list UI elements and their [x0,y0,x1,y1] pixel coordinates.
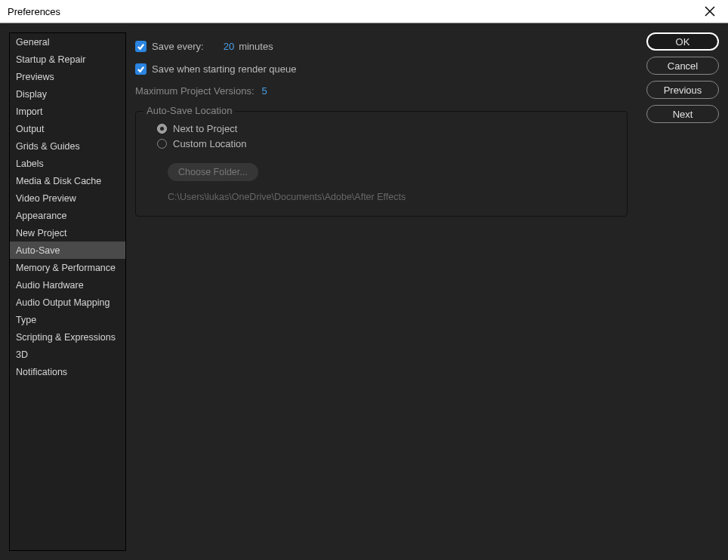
save-every-value[interactable]: 20 [224,41,234,52]
sidebar-item-grids-guides[interactable]: Grids & Guides [10,137,125,155]
save-on-render-label: Save when starting render queue [152,63,297,75]
save-location-path: C:\Users\lukas\OneDrive\Documents\Adobe\… [168,192,616,202]
radio-label: Custom Location [173,138,247,149]
sidebar-item-startup-repair[interactable]: Startup & Repair [10,51,125,68]
ok-button[interactable]: OK [646,32,719,51]
previous-button[interactable]: Previous [646,81,719,99]
radio-custom-location[interactable] [157,139,167,149]
window-title: Preferences [8,6,60,17]
save-every-label: Save every: [152,41,204,52]
sidebar-item-new-project[interactable]: New Project [10,224,125,242]
sidebar-item-type[interactable]: Type [10,311,125,328]
save-every-row: Save every: 20 minutes [135,35,630,57]
sidebar-item-auto-save[interactable]: Auto-Save [10,242,125,259]
sidebar-item-video-preview[interactable]: Video Preview [10,189,125,207]
check-icon [137,42,145,51]
radio-next-to-project[interactable] [157,124,167,134]
choose-folder-button[interactable]: Choose Folder... [168,163,258,181]
title-bar: Preferences [0,0,728,23]
sidebar-item-display[interactable]: Display [10,85,125,103]
group-title: Auto-Save Location [143,105,235,116]
next-button[interactable]: Next [646,105,719,123]
sidebar-item-3d[interactable]: 3D [10,346,125,363]
auto-save-location-group: Auto-Save Location Next to Project Custo… [135,111,628,217]
max-versions-value[interactable]: 5 [262,85,267,97]
sidebar-item-audio-output-mapping[interactable]: Audio Output Mapping [10,294,125,311]
sidebar-item-import[interactable]: Import [10,103,125,120]
category-sidebar: GeneralStartup & RepairPreviewsDisplayIm… [9,32,126,551]
save-every-unit: minutes [239,41,273,52]
radio-row-next-to-project: Next to Project [157,121,616,136]
sidebar-item-notifications[interactable]: Notifications [10,363,125,380]
max-versions-label: Maximum Project Versions: [135,85,254,97]
dialog-body: GeneralStartup & RepairPreviewsDisplayIm… [0,23,728,560]
sidebar-item-appearance[interactable]: Appearance [10,207,125,224]
check-icon [137,65,145,73]
sidebar-item-audio-hardware[interactable]: Audio Hardware [10,276,125,294]
close-button[interactable] [699,1,720,22]
settings-panel: Save every: 20 minutes Save when startin… [135,32,637,551]
radio-row-custom-location: Custom Location [157,136,616,151]
save-every-checkbox[interactable] [135,41,147,52]
sidebar-item-labels[interactable]: Labels [10,155,125,172]
sidebar-item-general[interactable]: General [10,33,125,51]
sidebar-item-scripting-expressions[interactable]: Scripting & Expressions [10,328,125,346]
dialog-button-column: OK Cancel Previous Next [646,32,719,551]
cancel-button[interactable]: Cancel [646,57,719,75]
sidebar-item-output[interactable]: Output [10,120,125,137]
save-on-render-row: Save when starting render queue [135,58,630,79]
close-icon [705,6,715,17]
save-on-render-checkbox[interactable] [135,63,147,75]
sidebar-item-memory-performance[interactable]: Memory & Performance [10,259,125,276]
max-versions-row: Maximum Project Versions: 5 [135,81,630,100]
radio-label: Next to Project [173,123,237,134]
sidebar-item-previews[interactable]: Previews [10,68,125,85]
sidebar-item-media-disk-cache[interactable]: Media & Disk Cache [10,172,125,189]
